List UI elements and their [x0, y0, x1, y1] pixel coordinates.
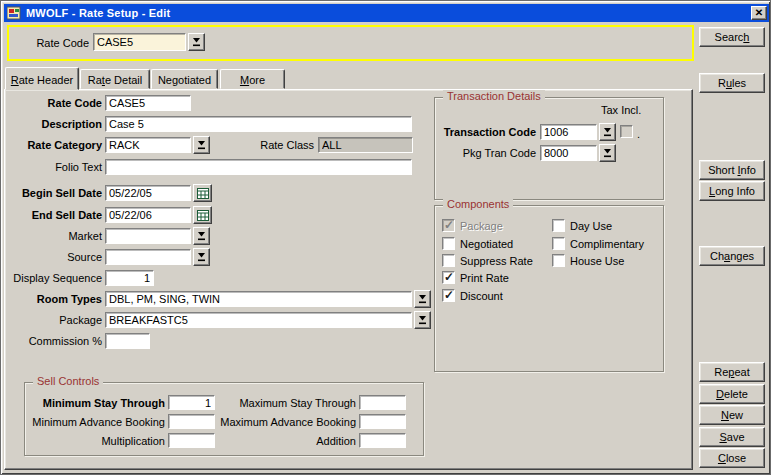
market-input[interactable] — [105, 228, 191, 244]
tab-more[interactable]: More — [220, 69, 285, 89]
rate-category-input[interactable] — [105, 137, 191, 153]
lov-arrow-icon — [603, 127, 612, 137]
rate-code-query-panel: Rate Code — [7, 25, 694, 61]
end-sell-date-calendar-button[interactable] — [193, 206, 212, 224]
rate-class-label: Rate Class — [244, 139, 314, 151]
addition-label: Addition — [182, 435, 356, 447]
lov-arrow-icon — [603, 148, 612, 158]
market-label: Market — [7, 230, 102, 242]
source-label: Source — [7, 251, 102, 263]
lov-arrow-icon — [197, 140, 206, 150]
maximum-stay-through-label: Maximum Stay Through — [182, 397, 356, 409]
transaction-code-input[interactable] — [540, 124, 597, 140]
package-checkbox-label: Package — [460, 220, 503, 232]
addition-input[interactable] — [359, 433, 406, 448]
end-sell-date-label: End Sell Date — [7, 209, 102, 221]
rate-code-query-label: Rate Code — [17, 37, 89, 49]
negotiated-checkbox-label: Negotiated — [460, 238, 513, 250]
changes-button[interactable]: Changes — [699, 246, 765, 266]
rate-header-panel: Rate Code Description Rate Category Rate… — [4, 89, 693, 470]
house-use-checkbox[interactable] — [552, 254, 565, 267]
rate-class-field — [318, 137, 413, 153]
rate-category-label: Rate Category — [7, 139, 102, 151]
close-button[interactable]: Close — [699, 448, 765, 468]
rules-button[interactable]: Rules — [699, 73, 765, 93]
suppress-rate-checkbox-label: Suppress Rate — [460, 255, 533, 267]
complimentary-checkbox[interactable] — [552, 237, 565, 250]
day-use-checkbox[interactable] — [552, 219, 565, 232]
tax-incl-checkbox — [620, 125, 633, 138]
calendar-icon — [197, 210, 209, 221]
components-group: Components Package Negotiated Suppress R… — [434, 205, 664, 372]
room-types-label: Room Types — [7, 293, 102, 305]
rate-code-label: Rate Code — [7, 97, 102, 109]
pkg-tran-code-label: Pkg Tran Code — [437, 147, 536, 159]
close-window-button[interactable]: ✕ — [751, 6, 767, 20]
negotiated-checkbox[interactable] — [442, 237, 455, 250]
repeat-button[interactable]: Repeat — [699, 362, 765, 382]
long-info-button[interactable]: Long Info — [699, 181, 765, 201]
description-label: Description — [7, 118, 102, 130]
lov-arrow-icon — [192, 37, 201, 47]
rate-code-input[interactable] — [105, 95, 191, 111]
tax-incl-suffix: . — [637, 128, 640, 140]
package-checkbox — [442, 219, 455, 232]
room-types-input[interactable] — [105, 291, 412, 307]
rate-category-lov-button[interactable] — [193, 136, 210, 154]
day-use-checkbox-label: Day Use — [570, 220, 612, 232]
room-types-lov-button[interactable] — [414, 290, 431, 308]
house-use-checkbox-label: House Use — [570, 255, 624, 267]
commission-input[interactable] — [105, 333, 150, 349]
maximum-stay-through-input[interactable] — [359, 395, 406, 410]
title-bar: MWOLF - Rate Setup - Edit ✕ — [4, 4, 769, 22]
end-sell-date-input[interactable] — [105, 207, 191, 223]
complimentary-checkbox-label: Complimentary — [570, 238, 644, 250]
new-button[interactable]: New — [699, 405, 765, 425]
begin-sell-date-input[interactable] — [105, 185, 191, 201]
display-sequence-label: Display Sequence — [7, 272, 102, 284]
print-rate-checkbox[interactable] — [442, 271, 455, 284]
package-input[interactable] — [105, 312, 412, 328]
rate-setup-window: MWOLF - Rate Setup - Edit ✕ Rate Code Se… — [0, 0, 771, 475]
lov-arrow-icon — [418, 294, 427, 304]
package-lov-button[interactable] — [414, 311, 431, 329]
delete-button[interactable]: Delete — [699, 384, 765, 404]
rate-code-query-input[interactable] — [93, 33, 186, 51]
short-info-button[interactable]: Short Info — [699, 160, 765, 180]
lov-arrow-icon — [197, 231, 206, 241]
folio-text-label: Folio Text — [7, 161, 102, 173]
begin-sell-date-label: Begin Sell Date — [7, 187, 102, 199]
lov-arrow-icon — [197, 252, 206, 262]
tab-rate-detail[interactable]: Rate Detail — [80, 69, 150, 89]
transaction-code-lov-button[interactable] — [599, 123, 616, 141]
commission-label: Commission % — [7, 335, 102, 347]
maximum-advance-booking-input[interactable] — [359, 414, 406, 429]
package-label: Package — [7, 314, 102, 326]
tax-incl-label: Tax Incl. — [601, 104, 641, 116]
market-lov-button[interactable] — [193, 227, 210, 245]
discount-checkbox[interactable] — [442, 289, 455, 302]
sell-controls-title: Sell Controls — [33, 375, 103, 387]
source-lov-button[interactable] — [193, 248, 210, 266]
pkg-tran-code-input[interactable] — [540, 145, 597, 161]
folio-text-input[interactable] — [105, 159, 412, 175]
components-title: Components — [443, 198, 513, 210]
search-button[interactable]: Search — [699, 27, 765, 47]
source-input[interactable] — [105, 249, 191, 265]
transaction-details-title: Transaction Details — [443, 90, 545, 102]
calendar-icon — [197, 188, 209, 199]
discount-checkbox-label: Discount — [460, 290, 503, 302]
maximum-advance-booking-label: Maximum Advance Booking — [182, 416, 356, 428]
minimum-stay-through-label: Minimum Stay Through — [29, 397, 165, 409]
description-input[interactable] — [105, 116, 412, 132]
suppress-rate-checkbox[interactable] — [442, 254, 455, 267]
sell-controls-group: Sell Controls Minimum Stay Through Maxim… — [24, 382, 424, 456]
pkg-tran-code-lov-button[interactable] — [599, 144, 616, 162]
tab-negotiated[interactable]: Negotiated — [151, 69, 218, 89]
tab-rate-header[interactable]: Rate Header — [5, 67, 79, 90]
window-title: MWOLF - Rate Setup - Edit — [26, 7, 170, 19]
save-button[interactable]: Save — [699, 427, 765, 447]
display-sequence-input[interactable] — [105, 270, 154, 286]
rate-code-lov-button[interactable] — [188, 33, 205, 51]
begin-sell-date-calendar-button[interactable] — [193, 184, 212, 202]
